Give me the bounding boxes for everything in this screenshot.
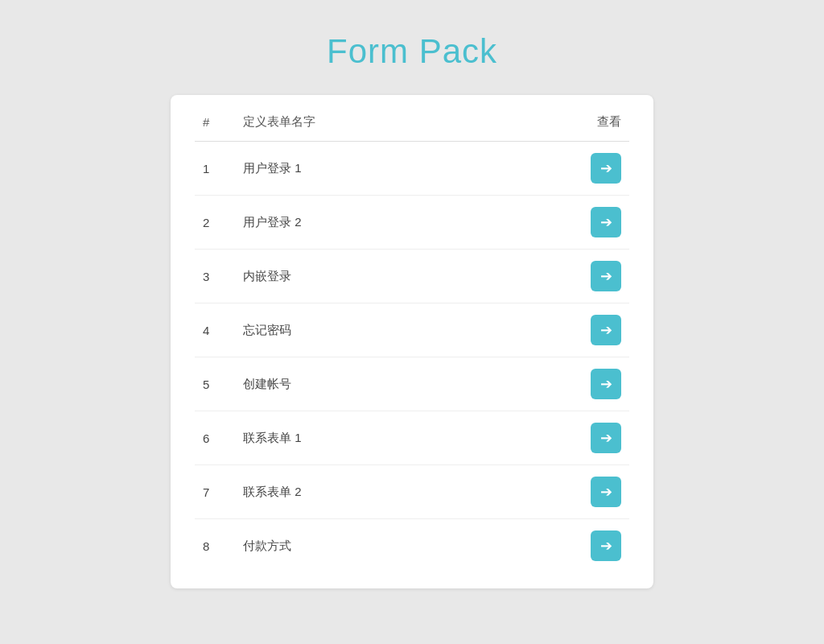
row-number: 2 [195,196,235,250]
arrow-right-icon: ➔ [600,377,612,391]
view-button[interactable]: ➔ [591,153,621,184]
view-button[interactable]: ➔ [591,207,621,237]
forms-table: # 定义表单名字 查看 1用户登录 1➔2用户登录 2➔3内嵌登录➔4忘记密码➔… [195,103,629,572]
page-title: Form Pack [327,32,497,71]
table-header-row: # 定义表单名字 查看 [195,103,629,142]
row-number: 5 [195,357,235,411]
col-header-number: # [195,103,235,142]
view-button[interactable]: ➔ [591,261,621,291]
table-row: 3内嵌登录➔ [195,250,629,303]
arrow-right-icon: ➔ [600,431,612,445]
table-row: 1用户登录 1➔ [195,142,629,196]
row-view-cell: ➔ [581,519,629,573]
arrow-right-icon: ➔ [600,539,612,553]
row-form-name: 用户登录 1 [235,142,581,196]
row-view-cell: ➔ [581,357,629,411]
row-form-name: 联系表单 1 [235,411,581,465]
row-view-cell: ➔ [581,411,629,465]
row-form-name: 付款方式 [235,519,581,573]
table-row: 5创建帐号➔ [195,357,629,411]
row-form-name: 忘记密码 [235,303,581,357]
row-form-name: 用户登录 2 [235,196,581,250]
row-form-name: 创建帐号 [235,357,581,411]
table-container: # 定义表单名字 查看 1用户登录 1➔2用户登录 2➔3内嵌登录➔4忘记密码➔… [171,95,653,588]
arrow-right-icon: ➔ [600,323,612,337]
view-button[interactable]: ➔ [591,315,621,345]
row-number: 7 [195,465,235,519]
row-number: 1 [195,142,235,196]
view-button[interactable]: ➔ [591,423,621,453]
row-number: 4 [195,303,235,357]
arrow-right-icon: ➔ [600,161,612,175]
row-view-cell: ➔ [581,303,629,357]
row-form-name: 联系表单 2 [235,465,581,519]
row-number: 8 [195,519,235,573]
table-row: 8付款方式➔ [195,519,629,573]
col-header-view: 查看 [581,103,629,142]
table-row: 4忘记密码➔ [195,303,629,357]
row-view-cell: ➔ [581,196,629,250]
table-row: 7联系表单 2➔ [195,465,629,519]
col-header-name: 定义表单名字 [235,103,581,142]
row-number: 3 [195,250,235,303]
arrow-right-icon: ➔ [600,485,612,499]
arrow-right-icon: ➔ [600,269,612,283]
row-view-cell: ➔ [581,250,629,303]
view-button[interactable]: ➔ [591,369,621,399]
row-view-cell: ➔ [581,465,629,519]
row-number: 6 [195,411,235,465]
table-row: 2用户登录 2➔ [195,196,629,250]
table-row: 6联系表单 1➔ [195,411,629,465]
view-button[interactable]: ➔ [591,530,621,561]
view-button[interactable]: ➔ [591,477,621,507]
row-form-name: 内嵌登录 [235,250,581,303]
arrow-right-icon: ➔ [600,215,612,229]
row-view-cell: ➔ [581,142,629,196]
